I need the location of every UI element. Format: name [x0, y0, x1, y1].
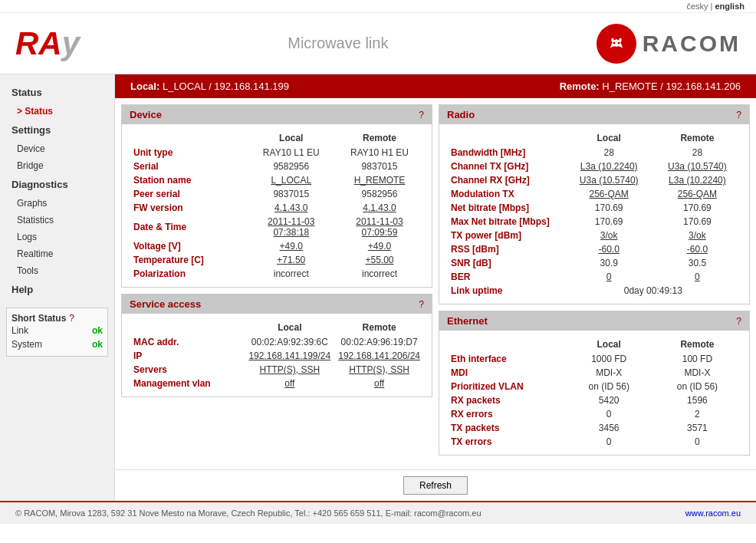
table-row: MDI MDI-X MDI-X	[447, 366, 741, 380]
ethernet-table: Local Remote Eth interface 1000 FD 100 F…	[447, 337, 741, 449]
row-local[interactable]: L_LOCAL	[248, 173, 335, 187]
service-panel-help[interactable]: ?	[419, 299, 424, 310]
system-label: System	[12, 339, 42, 350]
row-local[interactable]: 2011-11-03 07:38:18	[248, 215, 335, 239]
row-local: incorrect	[248, 267, 335, 281]
table-row: Serial 9582956 9837015	[130, 160, 424, 173]
table-row: TX packets 3456 3571	[447, 421, 741, 435]
row-remote[interactable]: 256-QAM	[653, 187, 741, 201]
row-label: Max Net bitrate [Mbps]	[447, 215, 565, 229]
row-label: Channel RX [GHz]	[447, 173, 565, 187]
table-row: Date & Time 2011-11-03 07:38:18 2011-11-…	[130, 215, 424, 239]
sidebar-section-diagnostics[interactable]: Diagnostics	[0, 174, 114, 195]
row-label: BER	[447, 270, 565, 284]
row-local: 0	[565, 435, 653, 449]
row-label: Management vlan	[130, 377, 245, 390]
table-row: Channel TX [GHz] L3a (10.2240) U3a (10.5…	[447, 160, 741, 173]
sidebar-item-realtime[interactable]: Realtime	[0, 245, 114, 262]
row-remote[interactable]: H_REMOTE	[335, 173, 424, 187]
logo-ray: RAy	[15, 28, 80, 60]
table-row: RX packets 5420 1596	[447, 393, 741, 407]
sidebar-item-statistics[interactable]: Statistics	[0, 212, 114, 229]
row-remote[interactable]: L3a (10.2240)	[653, 173, 741, 187]
row-local[interactable]: 256-QAM	[565, 187, 653, 201]
row-local: 30.9	[565, 256, 653, 270]
row-remote[interactable]: +55.00	[335, 253, 424, 267]
row-local[interactable]: +71.50	[248, 253, 335, 267]
sidebar-item-graphs[interactable]: Graphs	[0, 195, 114, 212]
row-remote: 3571	[653, 421, 741, 435]
svg-point-2	[617, 41, 620, 44]
row-remote: RAY10 H1 EU	[335, 146, 424, 160]
table-row: Channel RX [GHz] U3a (10.5740) L3a (10.2…	[447, 173, 741, 187]
row-local[interactable]: +49.0	[248, 239, 335, 253]
row-remote[interactable]: 2011-11-03 07:09:59	[335, 215, 424, 239]
sidebar-item-status[interactable]: Status	[0, 103, 114, 120]
row-local[interactable]: U3a (10.5740)	[565, 173, 653, 187]
lang-czech[interactable]: česky	[686, 2, 708, 11]
row-label: RSS [dBm]	[447, 242, 565, 256]
ethernet-panel: Ethernet ? Local Remote	[439, 311, 750, 456]
radio-col-remote: Remote	[653, 130, 741, 146]
row-local[interactable]: HTTP(S), SSH	[245, 363, 334, 377]
row-label: MDI	[447, 366, 565, 380]
row-remote[interactable]: 0	[653, 270, 741, 284]
row-label: TX packets	[447, 421, 565, 435]
ethernet-panel-help[interactable]: ?	[736, 316, 741, 327]
radio-panel-title: Radio	[447, 109, 475, 120]
row-label: Peer serial	[130, 187, 248, 201]
row-local: 170.69	[565, 215, 653, 229]
row-remote[interactable]: HTTP(S), SSH	[334, 363, 424, 377]
lang-english[interactable]: english	[715, 2, 744, 11]
service-panel-body: Local Remote MAC addr. 00:02:A9:92:39:6C…	[122, 314, 432, 397]
row-remote: 0	[653, 435, 741, 449]
short-status-help[interactable]: ?	[69, 313, 74, 324]
sidebar-section-help[interactable]: Help	[0, 279, 114, 300]
row-local[interactable]: -60.0	[565, 242, 653, 256]
row-local[interactable]: 4.1.43.0	[248, 201, 335, 215]
device-panel-header: Device ?	[122, 105, 432, 124]
row-label: Servers	[130, 363, 245, 377]
row-remote[interactable]: 3/ok	[653, 229, 741, 242]
footer-link[interactable]: www.racom.eu	[685, 508, 741, 518]
sidebar-item-tools[interactable]: Tools	[0, 262, 114, 279]
short-status: Short Status ? Link ok System ok	[6, 308, 108, 357]
right-panels: Radio ? Local Remote	[439, 104, 750, 463]
row-remote: 9582956	[335, 187, 424, 201]
row-local[interactable]: L3a (10.2240)	[565, 160, 653, 173]
sidebar-section-settings[interactable]: Settings	[0, 120, 114, 140]
row-local[interactable]: off	[245, 377, 334, 390]
refresh-button[interactable]: Refresh	[403, 476, 468, 495]
table-row: Max Net bitrate [Mbps] 170.69 170.69	[447, 215, 741, 229]
row-remote[interactable]: -60.0	[653, 242, 741, 256]
table-row: Servers HTTP(S), SSH HTTP(S), SSH	[130, 363, 424, 377]
sidebar-section-status[interactable]: Status	[0, 82, 114, 103]
device-panel-help[interactable]: ?	[419, 110, 424, 120]
sidebar-item-device[interactable]: Device	[0, 140, 114, 157]
service-panel: Service access ? Local Remote	[121, 294, 432, 397]
row-local[interactable]: 3/ok	[565, 229, 653, 242]
row-remote[interactable]: U3a (10.5740)	[653, 160, 741, 173]
table-row: Eth interface 1000 FD 100 FD	[447, 352, 741, 366]
sidebar-item-logs[interactable]: Logs	[0, 229, 114, 245]
ethernet-col-remote: Remote	[653, 337, 741, 352]
row-remote: 9837015	[335, 160, 424, 173]
row-label: TX power [dBm]	[447, 229, 565, 242]
row-remote[interactable]: +49.0	[335, 239, 424, 253]
table-row: TX power [dBm] 3/ok 3/ok	[447, 229, 741, 242]
row-local[interactable]: 0	[565, 270, 653, 284]
status-bar: Local: L_LOCAL / 192.168.141.199 Remote:…	[115, 74, 756, 98]
radio-panel-help[interactable]: ?	[736, 110, 741, 120]
row-local[interactable]: 192.168.141.199/24	[245, 349, 334, 363]
local-value: L_LOCAL / 192.168.141.199	[163, 81, 289, 92]
table-row: MAC addr. 00:02:A9:92:39:6C 00:02:A9:96:…	[130, 335, 424, 349]
table-row: Unit type RAY10 L1 EU RAY10 H1 EU	[130, 146, 424, 160]
row-remote: 170.69	[653, 201, 741, 215]
row-remote[interactable]: 4.1.43.0	[335, 201, 424, 215]
ethernet-col-local: Local	[565, 337, 653, 352]
sidebar-item-bridge[interactable]: Bridge	[0, 157, 114, 174]
table-row: RSS [dBm] -60.0 -60.0	[447, 242, 741, 256]
row-remote: incorrect	[335, 267, 424, 281]
row-remote[interactable]: off	[334, 377, 424, 390]
row-remote[interactable]: 192.168.141.206/24	[334, 349, 424, 363]
